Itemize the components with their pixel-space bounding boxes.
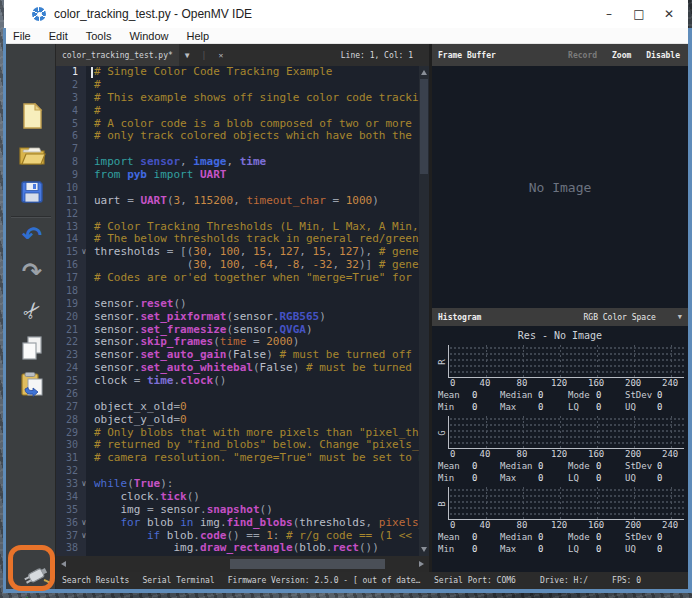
scroll-left-icon[interactable] <box>61 561 66 567</box>
save-file-button[interactable] <box>18 178 46 206</box>
status-drive-h: Drive: H:/ <box>540 576 588 585</box>
copy-button[interactable] <box>18 334 46 362</box>
histogram-resolution-label: Res - No Image <box>432 330 688 345</box>
stat-value: 0 <box>596 461 601 473</box>
window-border-right <box>688 28 692 593</box>
code-editor[interactable]: 1# Single Color Code Tracking Example2#3… <box>56 66 429 556</box>
histogram-plot-g <box>448 416 684 449</box>
stats-row: Min0Max0LQ0UQ0 <box>432 473 688 485</box>
fold-marker-icon[interactable]: ∨ <box>78 478 90 491</box>
stat-label: Mean <box>438 461 472 473</box>
window-controls: – □ ✕ <box>594 2 684 26</box>
frame-buffer-zoom-button[interactable]: Zoom <box>612 51 631 60</box>
maximize-button[interactable]: □ <box>624 2 654 26</box>
stat-label: Mode <box>568 461 596 473</box>
histogram-chart-g: G04080120160200240Mean0Median0Mode0StDev… <box>432 416 688 485</box>
status-serial-terminal[interactable]: Serial Terminal <box>142 576 214 585</box>
fold-gutter <box>78 465 90 478</box>
code-text: # Color Tracking Thresholds (L Min, L Ma… <box>90 221 429 234</box>
code-line: 28object_y_old=0 <box>56 414 429 427</box>
fold-gutter <box>78 66 90 79</box>
line-number: 6 <box>56 130 78 143</box>
hscroll-thumb[interactable] <box>230 559 385 569</box>
stat-value: 0 <box>657 532 662 544</box>
line-number: 1 <box>56 66 78 79</box>
menu-item-help[interactable]: Help <box>178 29 219 43</box>
line-number: 23 <box>56 349 78 362</box>
line-number: 13 <box>56 221 78 234</box>
histogram-plot-b <box>448 487 684 520</box>
open-file-button[interactable] <box>18 140 46 168</box>
gridline <box>560 487 561 519</box>
stat-min: Min0 <box>438 402 500 414</box>
line-number: 37 <box>56 530 78 543</box>
scroll-right-icon[interactable] <box>419 561 424 567</box>
fold-marker-icon[interactable]: ∨ <box>78 246 90 259</box>
undo-button[interactable]: ↶ <box>18 222 46 250</box>
code-line: 1# Single Color Code Tracking Example <box>56 66 429 79</box>
line-number: 18 <box>56 285 78 298</box>
code-text: # This example shows off single color co… <box>90 92 429 105</box>
editor-vertical-scrollbar[interactable] <box>419 66 429 556</box>
gridline <box>597 345 598 377</box>
menu-item-file[interactable]: File <box>4 29 40 43</box>
fold-marker-icon[interactable]: ∨ <box>78 530 90 543</box>
no-image-placeholder: No Image <box>529 180 592 195</box>
status-firmware-version-2-5-0-o[interactable]: Firmware Version: 2.5.0 - [ out of date… <box>228 576 421 585</box>
stat-label: UQ <box>625 402 657 414</box>
line-number: 17 <box>56 272 78 285</box>
cut-button[interactable]: ✂ <box>12 290 51 329</box>
tab-label: color_tracking_test.py* <box>62 51 173 60</box>
code-line: 33∨while(True): <box>56 478 429 491</box>
line-number: 14 <box>56 233 78 246</box>
line-number: 7 <box>56 143 78 156</box>
menu-item-window[interactable]: Window <box>120 29 177 43</box>
code-text: img = sensor.snapshot() <box>90 504 429 517</box>
line-number: 24 <box>56 362 78 375</box>
line-number: 8 <box>56 156 78 169</box>
stat-value: 0 <box>472 532 477 544</box>
fold-marker-icon[interactable]: ∨ <box>78 517 90 530</box>
code-text: sensor.set_auto_gain(False) # must be tu… <box>90 349 429 362</box>
menu-item-edit[interactable]: Edit <box>40 29 77 43</box>
code-text: object_x_old=0 <box>90 401 429 414</box>
tab-dropdown-icon[interactable]: ▼ <box>179 51 196 60</box>
scroll-up-icon[interactable] <box>421 70 427 75</box>
status-fps-0: FPS: 0 <box>612 576 641 585</box>
status-search-results[interactable]: Search Results <box>62 576 129 585</box>
fold-gutter <box>78 491 90 504</box>
tab-close-icon[interactable]: ✕ <box>212 51 229 60</box>
stat-value: 0 <box>472 402 477 414</box>
color-space-select[interactable]: RGB Color Space ▼ <box>584 313 688 322</box>
new-file-button[interactable] <box>18 102 46 130</box>
code-line: 8import sensor, image, time <box>56 156 429 169</box>
minimize-button[interactable]: – <box>594 2 624 26</box>
gridline <box>634 345 635 377</box>
menu-item-tools[interactable]: Tools <box>77 29 121 43</box>
fold-gutter <box>78 452 90 465</box>
line-number: 38 <box>56 542 78 555</box>
code-text: sensor.set_pixformat(sensor.RGB565) <box>90 311 429 324</box>
color-space-value: RGB Color Space <box>584 313 656 322</box>
stat-label: StDev <box>625 461 657 473</box>
code-text: img.draw_rectangle(blob.rect()) <box>90 542 429 555</box>
code-text: sensor.set_framesize(sensor.QVGA) <box>90 324 429 337</box>
line-number: 4 <box>56 105 78 118</box>
tab-color-tracking-test[interactable]: color_tracking_test.py* <box>56 44 179 66</box>
editor-horizontal-scrollbar[interactable] <box>56 556 429 572</box>
stat-label: UQ <box>625 473 657 485</box>
close-button[interactable]: ✕ <box>654 2 684 26</box>
gridline <box>560 416 561 448</box>
gridline <box>634 416 635 448</box>
redo-button[interactable]: ↷ <box>18 258 46 286</box>
vscroll-thumb[interactable] <box>420 79 428 174</box>
paste-button[interactable] <box>18 370 46 398</box>
scroll-down-icon[interactable] <box>421 547 427 552</box>
histogram-title: Histogram <box>438 313 481 322</box>
stat-label: LQ <box>568 402 596 414</box>
code-text: (30, 100, -64, -8, -32, 32)] # generic <box>90 259 429 272</box>
histogram-panel: Res - No Image R04080120160200240Mean0Me… <box>432 326 688 572</box>
fold-gutter <box>78 324 90 337</box>
frame-buffer-disable-button[interactable]: Disable <box>646 51 680 60</box>
tick-label: 0 <box>450 449 455 459</box>
